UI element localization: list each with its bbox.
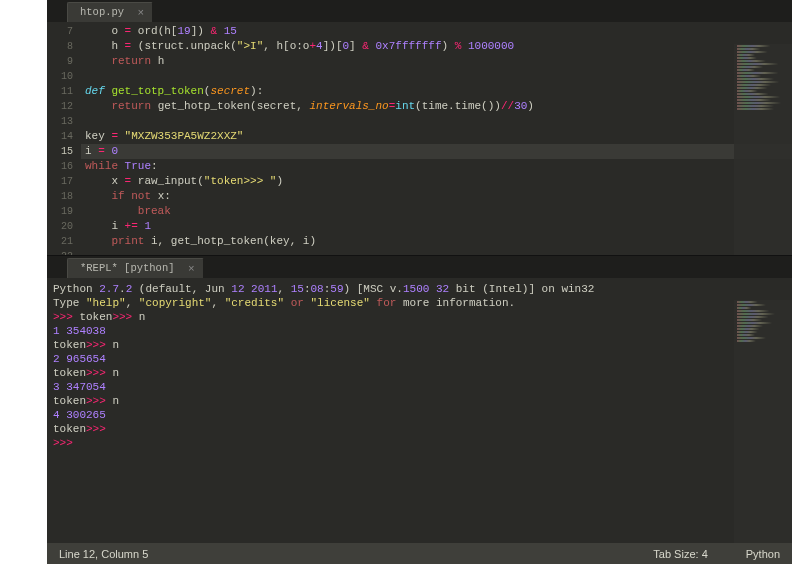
repl-line[interactable]: token>>> (53, 422, 786, 436)
repl-line[interactable]: 1 354038 (53, 324, 786, 338)
line-number: 11 (47, 84, 73, 99)
repl-line[interactable]: 4 300265 (53, 408, 786, 422)
code-line[interactable]: i += 1 (85, 219, 792, 234)
code-line[interactable]: while True: (85, 159, 792, 174)
repl-line[interactable]: token>>> n (53, 338, 786, 352)
line-number: 13 (47, 114, 73, 129)
close-icon[interactable]: × (138, 7, 145, 19)
line-number: 7 (47, 24, 73, 39)
close-icon[interactable]: × (188, 263, 195, 275)
status-language[interactable]: Python (746, 548, 780, 560)
code-content[interactable]: o = ord(h[19]) & 15 h = (struct.unpack("… (81, 22, 792, 255)
minimap[interactable] (734, 300, 792, 543)
app-window: htop.py × 78910111213141516171819202122 … (0, 0, 800, 565)
repl-line[interactable]: 2 965654 (53, 352, 786, 366)
line-number: 19 (47, 204, 73, 219)
line-number: 21 (47, 234, 73, 249)
line-number: 16 (47, 159, 73, 174)
code-line[interactable]: key = "MXZW353PA5WZ2XXZ" (85, 129, 792, 144)
status-bar: Line 12, Column 5 Tab Size: 4 Python (47, 543, 792, 564)
line-number: 10 (47, 69, 73, 84)
repl-line[interactable]: token>>> n (53, 394, 786, 408)
repl-line[interactable]: >>> (53, 436, 786, 450)
code-body-bottom[interactable]: Python 2.7.2 (default, Jun 12 2011, 15:0… (47, 278, 792, 543)
code-line[interactable]: print i, get_hotp_token(key, i) (85, 234, 792, 249)
editor-pane-bottom: *REPL* [python] × Python 2.7.2 (default,… (47, 256, 792, 543)
tab-bar-top: htop.py × (47, 0, 792, 22)
code-line[interactable]: h = (struct.unpack(">I", h[o:o+4])[0] & … (85, 39, 792, 54)
code-body-top[interactable]: 78910111213141516171819202122 o = ord(h[… (47, 22, 792, 255)
line-number: 18 (47, 189, 73, 204)
repl-line[interactable]: Python 2.7.2 (default, Jun 12 2011, 15:0… (53, 282, 786, 296)
repl-line[interactable]: token>>> n (53, 366, 786, 380)
editor-pane-top: htop.py × 78910111213141516171819202122 … (47, 0, 792, 255)
line-number: 9 (47, 54, 73, 69)
code-line[interactable]: i = 0 (85, 144, 792, 159)
repl-content[interactable]: Python 2.7.2 (default, Jun 12 2011, 15:0… (47, 278, 792, 543)
tab-bar-bottom: *REPL* [python] × (47, 256, 792, 278)
code-line[interactable]: return get_hotp_token(secret, intervals_… (85, 99, 792, 114)
line-gutter: 78910111213141516171819202122 (47, 22, 81, 255)
line-number: 8 (47, 39, 73, 54)
code-line[interactable] (85, 249, 792, 255)
tab-repl[interactable]: *REPL* [python] × (67, 258, 204, 278)
line-number: 20 (47, 219, 73, 234)
line-number: 17 (47, 174, 73, 189)
code-line[interactable] (85, 69, 792, 84)
line-number: 14 (47, 129, 73, 144)
code-line[interactable]: def get_totp_token(secret): (85, 84, 792, 99)
code-line[interactable]: break (85, 204, 792, 219)
repl-line[interactable]: >>> token>>> n (53, 310, 786, 324)
line-number: 15 (47, 144, 73, 159)
code-line[interactable]: x = raw_input("token>>> ") (85, 174, 792, 189)
code-line[interactable]: o = ord(h[19]) & 15 (85, 24, 792, 39)
line-number: 22 (47, 249, 73, 255)
code-line[interactable]: return h (85, 54, 792, 69)
tab-htop[interactable]: htop.py × (67, 2, 153, 22)
tab-label: htop.py (80, 6, 124, 18)
status-tab-size[interactable]: Tab Size: 4 (653, 548, 707, 560)
tab-label: *REPL* [python] (80, 262, 175, 274)
status-position[interactable]: Line 12, Column 5 (59, 548, 148, 560)
repl-line[interactable]: 3 347054 (53, 380, 786, 394)
line-number: 12 (47, 99, 73, 114)
code-line[interactable]: if not x: (85, 189, 792, 204)
code-line[interactable] (85, 114, 792, 129)
editor-area: htop.py × 78910111213141516171819202122 … (47, 0, 792, 543)
repl-line[interactable]: Type "help", "copyright", "credits" or "… (53, 296, 786, 310)
